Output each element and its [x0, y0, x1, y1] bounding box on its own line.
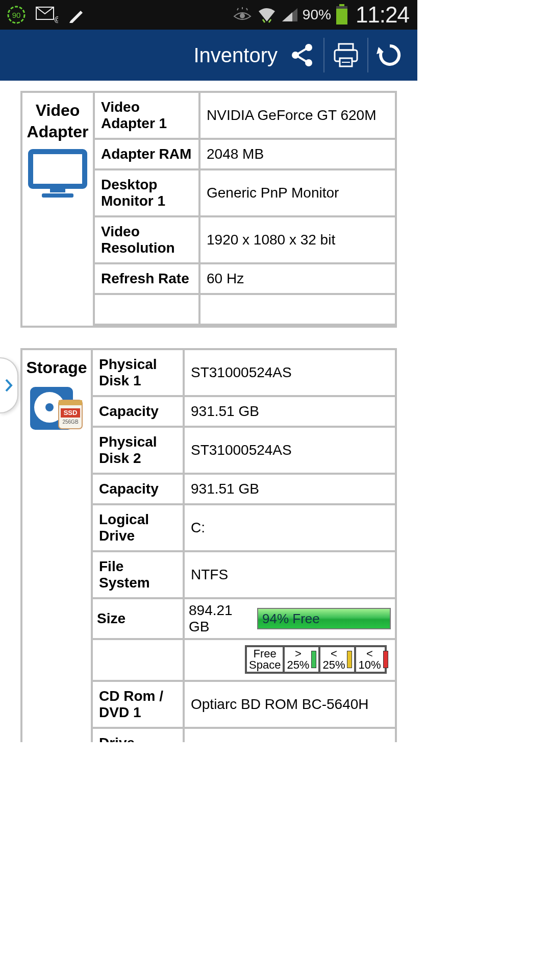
video-props-table: Video Adapter 1NVIDIA GeForce GT 620M Ad… [95, 93, 395, 326]
battery-icon [335, 4, 348, 26]
svg-rect-11 [339, 44, 353, 50]
table-row [95, 294, 395, 325]
table-row: Video Adapter 1NVIDIA GeForce GT 620M [95, 93, 395, 139]
print-button[interactable] [329, 38, 363, 72]
refresh-button[interactable] [372, 38, 407, 72]
svg-point-9 [292, 52, 299, 59]
svg-point-8 [305, 44, 312, 51]
storage-props-table: Physical Disk 1ST31000524AS Capacity931.… [93, 350, 395, 742]
svg-text:SSD: SSD [64, 409, 78, 416]
free-space-legend: FreeSpace >25% <25% <10% [245, 645, 387, 674]
svg-point-10 [305, 59, 312, 66]
svg-text:@: @ [54, 15, 58, 23]
refresh-icon [377, 42, 403, 68]
svg-rect-15 [31, 152, 85, 186]
table-row-legend: FreeSpace >25% <25% <10% [93, 639, 395, 681]
swatch-green [311, 651, 316, 668]
table-row: Physical Disk 2ST31000524AS [93, 427, 395, 474]
svg-point-20 [45, 403, 54, 411]
card-title: Storage [24, 357, 89, 379]
svg-rect-5 [339, 4, 344, 6]
svg-text:90: 90 [12, 11, 21, 19]
table-row: Desktop Monitor 1Generic PnP Monitor [95, 169, 395, 216]
svg-rect-22 [59, 400, 82, 405]
table-row: Video Resolution1920 x 1080 x 32 bit [95, 216, 395, 263]
table-row: CD Rom / DVD 1Optiarc BD ROM BC-5640H [93, 681, 395, 728]
monitor-icon [24, 149, 91, 202]
status-time: 11:24 [356, 2, 409, 28]
divider [367, 38, 368, 72]
content-scroll[interactable]: Video Adapter Video Adapter 1NVIDIA GeFo… [0, 81, 417, 742]
table-row: Refresh Rate60 Hz [95, 263, 395, 294]
signal-icon [281, 7, 298, 22]
table-row: Capacity931.51 GB [93, 396, 395, 427]
page-title: Inventory [193, 44, 278, 67]
free-pct-label: 94% Free [262, 611, 320, 627]
svg-rect-17 [42, 193, 73, 198]
app-header: Inventory [0, 30, 417, 81]
table-row: Logical DriveC: [93, 504, 395, 551]
battery-percent: 90% [303, 7, 331, 23]
share-button[interactable] [285, 38, 319, 72]
svg-text:256GB: 256GB [62, 419, 78, 425]
svg-rect-16 [50, 188, 65, 192]
svg-rect-7 [336, 6, 347, 9]
swatch-yellow [347, 651, 352, 668]
eye-icon [232, 7, 253, 22]
chevron-right-icon [4, 378, 13, 393]
wifi-icon [257, 6, 277, 23]
table-row: Adapter RAM2048 MB [95, 139, 395, 169]
card-video-adapter: Video Adapter Video Adapter 1NVIDIA GeFo… [20, 91, 397, 328]
divider [323, 38, 324, 72]
table-row: File SystemNTFS [93, 551, 395, 598]
share-icon [289, 42, 315, 68]
android-status-bar: 90 @ 90% 11:24 [0, 0, 417, 30]
table-row: Physical Disk 1ST31000524AS [93, 350, 395, 396]
notification-badge-icon: 90 [6, 5, 27, 25]
storage-icon: SSD 256GB [24, 385, 89, 434]
table-row: Capacity931.51 GB [93, 474, 395, 504]
card-storage: Storage SSD 256GB Physical Disk 1ST31000… [20, 348, 397, 742]
size-value: 894.21 GB [189, 602, 253, 635]
svg-point-4 [240, 13, 245, 18]
table-row-size: Size 894.21 GB 94% Free [93, 598, 395, 639]
printer-icon [332, 42, 360, 68]
mail-icon: @ [36, 7, 58, 23]
free-space-bar: 94% Free [257, 608, 391, 629]
table-row: Drive LetterD: [93, 728, 395, 742]
pencil-icon [67, 6, 86, 24]
swatch-red [383, 651, 388, 668]
card-title: Video Adapter [24, 100, 91, 142]
svg-rect-6 [336, 6, 347, 24]
